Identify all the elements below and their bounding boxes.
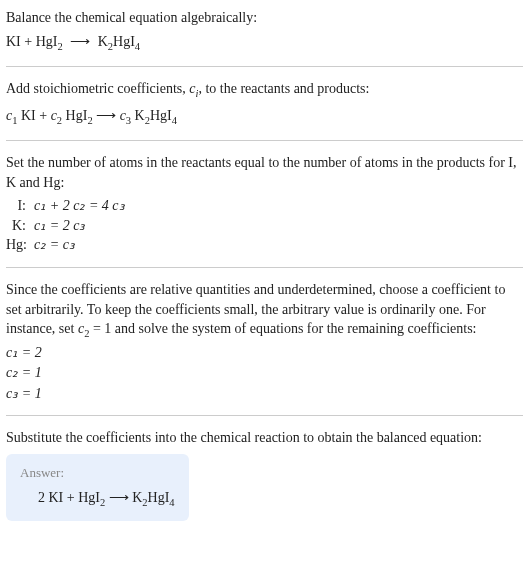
arrow-icon: ⟶ xyxy=(105,490,132,505)
eq-text: c₁ = 2 c₃ xyxy=(34,218,85,233)
eq-part: HgI xyxy=(148,490,170,505)
atom-equation: c₁ + 2 c₂ = 4 c₃ xyxy=(34,196,125,216)
atoms-row: I: c₁ + 2 c₂ = 4 c₃ xyxy=(6,196,523,216)
text-part: Add stoichiometric coefficients, xyxy=(6,81,189,96)
eq-part: KI + HgI xyxy=(6,34,57,49)
step1-equation: c1 KI + c2 HgI2 ⟶ c3 K2HgI4 xyxy=(6,106,523,128)
atom-equation: c₂ = c₃ xyxy=(34,235,75,255)
atom-label: I: xyxy=(6,196,34,216)
eq-part: 2 KI + HgI xyxy=(38,490,100,505)
eq-part: K xyxy=(98,34,108,49)
coef-line: c₃ = 1 xyxy=(6,384,523,404)
atoms-table: I: c₁ + 2 c₂ = 4 c₃ K: c₁ = 2 c₃ Hg: c₂ … xyxy=(6,196,523,255)
eq-sub: 4 xyxy=(172,114,177,125)
eq-part: HgI xyxy=(150,108,172,123)
divider xyxy=(6,415,523,416)
text-part: , to the reactants and products: xyxy=(198,81,369,96)
step3-text: Since the coefficients are relative quan… xyxy=(6,280,523,342)
eq-text: c₁ + 2 c₂ = 4 c₃ xyxy=(34,198,125,213)
divider xyxy=(6,140,523,141)
answer-box: Answer: 2 KI + HgI2 ⟶ K2HgI4 xyxy=(6,454,189,521)
step3-section: Since the coefficients are relative quan… xyxy=(6,280,523,403)
step1-text: Add stoichiometric coefficients, ci, to … xyxy=(6,79,523,101)
eq-part: K xyxy=(132,490,142,505)
divider xyxy=(6,66,523,67)
eq-sub: 2 xyxy=(57,40,62,51)
text-part: = 1 and solve the system of equations fo… xyxy=(89,321,476,336)
arrow-icon: ⟶ xyxy=(70,32,90,52)
eq-sub: 4 xyxy=(135,40,140,51)
atom-label: K: xyxy=(6,216,34,236)
coef-line: c₂ = 1 xyxy=(6,363,523,383)
eq-part: HgI xyxy=(62,108,87,123)
atom-label: Hg: xyxy=(6,235,34,255)
eq-part: K xyxy=(131,108,145,123)
step2-text: Set the number of atoms in the reactants… xyxy=(6,153,523,192)
eq-part: HgI xyxy=(113,34,135,49)
eq-sub: 4 xyxy=(169,497,174,508)
coef-line: c₁ = 2 xyxy=(6,343,523,363)
intro-equation: KI + HgI2 ⟶ K2HgI4 xyxy=(6,32,523,54)
atoms-row: K: c₁ = 2 c₃ xyxy=(6,216,523,236)
eq-text: c₂ = c₃ xyxy=(34,237,75,252)
answer-label: Answer: xyxy=(20,464,175,482)
atoms-row: Hg: c₂ = c₃ xyxy=(6,235,523,255)
step4-text: Substitute the coefficients into the che… xyxy=(6,428,523,448)
arrow-icon: ⟶ xyxy=(93,108,120,123)
divider xyxy=(6,267,523,268)
eq-part: KI + xyxy=(17,108,50,123)
step1-section: Add stoichiometric coefficients, ci, to … xyxy=(6,79,523,128)
step4-section: Substitute the coefficients into the che… xyxy=(6,428,523,520)
step2-section: Set the number of atoms in the reactants… xyxy=(6,153,523,255)
answer-equation: 2 KI + HgI2 ⟶ K2HgI4 xyxy=(20,488,175,510)
atom-equation: c₁ = 2 c₃ xyxy=(34,216,85,236)
intro-section: Balance the chemical equation algebraica… xyxy=(6,8,523,54)
intro-text: Balance the chemical equation algebraica… xyxy=(6,8,523,28)
